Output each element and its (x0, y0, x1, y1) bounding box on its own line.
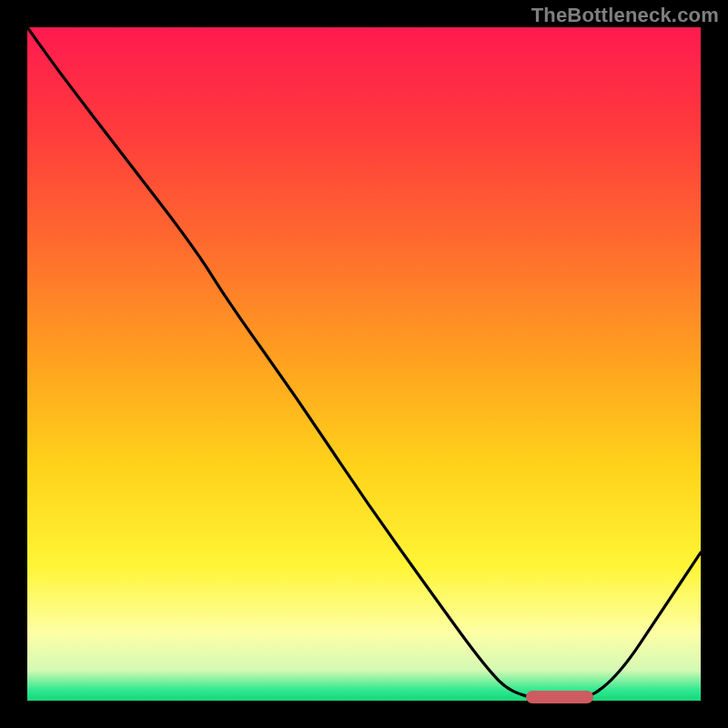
optimal-range-marker (526, 691, 593, 703)
chart-frame: TheBottleneck.com (0, 0, 728, 728)
bottleneck-curve (27, 27, 701, 701)
plot-area (27, 27, 701, 701)
attribution-label: TheBottleneck.com (531, 4, 719, 27)
